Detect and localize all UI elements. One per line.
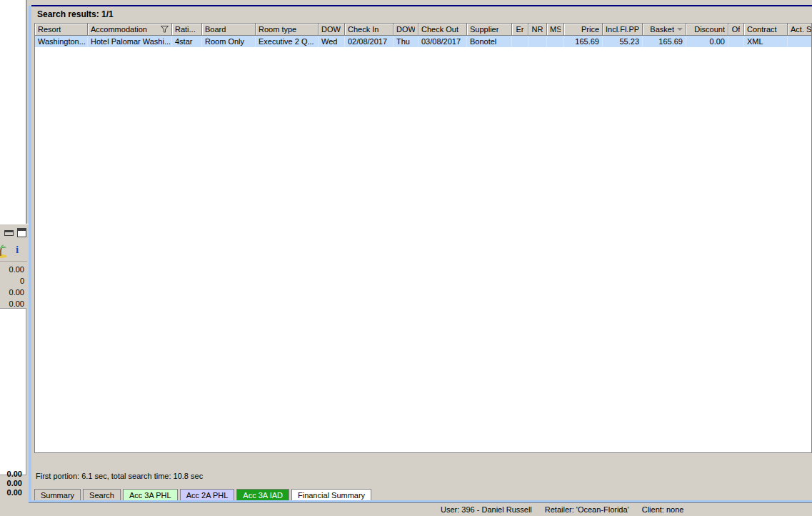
column-header-label: Room type bbox=[259, 25, 296, 34]
panel-content-area bbox=[0, 308, 26, 475]
panel-total: 0.00 bbox=[0, 488, 22, 497]
left-docked-panel-top bbox=[0, 0, 27, 224]
column-header-accommodation[interactable]: Accommodation bbox=[88, 24, 172, 36]
info-icon[interactable]: i bbox=[16, 244, 19, 256]
table-cell: Room Only bbox=[202, 36, 256, 47]
table-cell: Washington... bbox=[35, 36, 88, 47]
panel-total: 0.00 bbox=[0, 479, 22, 488]
column-header-label: Board bbox=[205, 25, 226, 34]
column-header-of[interactable]: Of bbox=[728, 24, 744, 36]
table-header-row: ResortAccommodationRati...BoardRoom type… bbox=[35, 24, 811, 36]
table-row[interactable]: Washington...Hotel Palomar Washi...4star… bbox=[35, 36, 811, 47]
column-header-label: DOW bbox=[396, 25, 415, 34]
table-cell: Thu bbox=[394, 36, 418, 47]
application-window: { "window": { "results_title": "Search r… bbox=[0, 0, 812, 516]
table-cell: Wed bbox=[319, 36, 345, 47]
search-results-window: Search results: 1/1 ResortAccommodationR… bbox=[31, 0, 812, 500]
palm-tree-icon[interactable] bbox=[0, 244, 8, 259]
table-cell bbox=[528, 36, 547, 47]
table-cell: Bonotel bbox=[467, 36, 512, 47]
column-header-label: NR bbox=[532, 25, 543, 34]
column-header-room-type[interactable]: Room type bbox=[256, 24, 319, 36]
status-client: Client: none bbox=[642, 505, 684, 514]
panel-value: 0.00 bbox=[0, 264, 24, 275]
column-header-rati-[interactable]: Rati... bbox=[172, 24, 202, 36]
left-docked-panel: i 0.0000.000.00 0.000.000.00 bbox=[0, 224, 29, 502]
column-header-dow[interactable]: DOW bbox=[319, 24, 345, 36]
table-cell: 165.69 bbox=[564, 36, 603, 47]
table-cell: Executive 2 Q... bbox=[256, 36, 319, 47]
status-retailer: Retailer: 'Ocean-Florida' bbox=[545, 505, 629, 514]
table-cell bbox=[512, 36, 528, 47]
search-timing-status: First portion: 6.1 sec, total search tim… bbox=[36, 472, 203, 480]
filter-icon[interactable] bbox=[161, 25, 169, 34]
panel-value: 0 bbox=[0, 275, 24, 287]
column-header-incl-fl-pp[interactable]: Incl.Fl.PP bbox=[603, 24, 643, 36]
tab-acc-2a-phl[interactable]: Acc 2A PHL bbox=[180, 489, 235, 500]
table-cell bbox=[547, 36, 564, 47]
panel-total: 0.00 bbox=[0, 470, 22, 479]
column-header-label: DOW bbox=[321, 25, 341, 34]
column-header-label: Price bbox=[581, 25, 599, 34]
column-header-act-s[interactable]: Act. S bbox=[788, 24, 812, 36]
tab-summary[interactable]: Summary bbox=[34, 489, 81, 500]
panel-toolbar: i bbox=[0, 242, 27, 262]
column-header-resort[interactable]: Resort bbox=[35, 24, 88, 36]
column-header-label: Contract bbox=[747, 25, 777, 34]
column-header-label: MS bbox=[550, 25, 561, 34]
results-table: ResortAccommodationRati...BoardRoom type… bbox=[34, 23, 812, 453]
column-header-label: Incl.Fl.PP bbox=[606, 25, 639, 34]
column-header-label: Basket bbox=[650, 25, 674, 34]
table-cell: 4star bbox=[172, 36, 202, 47]
status-bar-text: User: 396 - Daniel RussellRetailer: 'Oce… bbox=[441, 505, 696, 514]
window-top-divider bbox=[31, 5, 812, 6]
column-header-label: Accommodation bbox=[91, 25, 147, 34]
column-header-board[interactable]: Board bbox=[202, 24, 256, 36]
tab-search[interactable]: Search bbox=[83, 489, 121, 500]
column-header-label: Supplier bbox=[470, 25, 498, 34]
table-cell: 02/08/2017 bbox=[345, 36, 394, 47]
table-cell: 0.00 bbox=[686, 36, 728, 47]
column-header-price[interactable]: Price bbox=[564, 24, 603, 36]
column-header-ms[interactable]: MS bbox=[547, 24, 564, 36]
panel-values: 0.0000.000.00 bbox=[0, 264, 24, 309]
column-header-label: Act. S bbox=[791, 25, 811, 34]
table-cell: 03/08/2017 bbox=[418, 36, 467, 47]
table-cell: 55.23 bbox=[603, 36, 643, 47]
column-header-label: Rati... bbox=[175, 25, 196, 34]
panel-totals: 0.000.000.00 bbox=[0, 470, 22, 497]
column-header-basket[interactable]: Basket bbox=[643, 24, 686, 36]
status-bar: User: 396 - Daniel RussellRetailer: 'Oce… bbox=[0, 504, 812, 516]
tab-acc-3a-phl[interactable]: Acc 3A PHL bbox=[123, 489, 178, 500]
panel-value: 0.00 bbox=[0, 287, 24, 298]
column-header-supplier[interactable]: Supplier bbox=[467, 24, 512, 36]
panel-window-buttons bbox=[0, 227, 29, 240]
column-header-label: Resort bbox=[38, 25, 61, 34]
table-cell bbox=[728, 36, 744, 47]
table-body: Washington...Hotel Palomar Washi...4star… bbox=[35, 36, 811, 47]
column-header-label: Check In bbox=[348, 25, 379, 34]
column-header-check-in[interactable]: Check In bbox=[345, 24, 394, 36]
table-cell bbox=[788, 36, 812, 47]
table-cell: XML bbox=[744, 36, 788, 47]
status-user: User: 396 - Daniel Russell bbox=[441, 505, 532, 514]
column-header-check-out[interactable]: Check Out bbox=[418, 24, 467, 36]
sort-down-icon bbox=[677, 28, 683, 31]
column-header-dow[interactable]: DOW bbox=[394, 24, 418, 36]
minimize-icon[interactable] bbox=[4, 230, 14, 236]
column-header-contract[interactable]: Contract bbox=[744, 24, 788, 36]
column-header-label: Of bbox=[732, 25, 741, 34]
tab-acc-3a-iad[interactable]: Acc 3A IAD bbox=[236, 489, 289, 500]
column-header-label: Er bbox=[516, 25, 524, 34]
column-header-nr[interactable]: NR bbox=[528, 24, 547, 36]
bottom-tabs: SummarySearchAcc 3A PHLAcc 2A PHLAcc 3A … bbox=[34, 489, 371, 500]
restore-window-icon[interactable] bbox=[17, 228, 26, 237]
column-header-label: Discount bbox=[694, 25, 725, 34]
window-border-bottom bbox=[29, 500, 812, 503]
results-title: Search results: 1/1 bbox=[37, 9, 114, 19]
table-cell: Hotel Palomar Washi... bbox=[88, 36, 172, 47]
column-header-discount[interactable]: Discount bbox=[686, 24, 728, 36]
tab-financial-summary[interactable]: Financial Summary bbox=[291, 489, 371, 500]
column-header-er[interactable]: Er bbox=[512, 24, 528, 36]
table-cell: 165.69 bbox=[643, 36, 686, 47]
